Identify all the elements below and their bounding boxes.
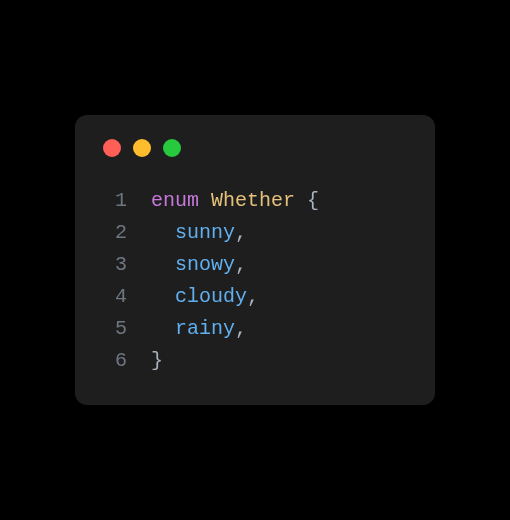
maximize-icon[interactable] xyxy=(163,139,181,157)
minimize-icon[interactable] xyxy=(133,139,151,157)
member-token: rainy xyxy=(175,317,235,340)
comma-token: , xyxy=(247,285,259,308)
line-number: 2 xyxy=(103,217,127,249)
brace-token: { xyxy=(307,189,319,212)
code-content: enum Whether { xyxy=(151,185,319,217)
line-number: 3 xyxy=(103,249,127,281)
code-content: sunny, xyxy=(151,217,247,249)
code-content: snowy, xyxy=(151,249,247,281)
line-number: 5 xyxy=(103,313,127,345)
window-controls xyxy=(103,139,407,157)
comma-token: , xyxy=(235,253,247,276)
code-line: 4 cloudy, xyxy=(103,281,407,313)
comma-token: , xyxy=(235,317,247,340)
brace-token: } xyxy=(151,349,163,372)
code-line: 1 enum Whether { xyxy=(103,185,407,217)
comma-token: , xyxy=(235,221,247,244)
member-token: cloudy xyxy=(175,285,247,308)
code-editor-window: 1 enum Whether { 2 sunny, 3 snowy, 4 clo… xyxy=(75,115,435,405)
typename-token: Whether xyxy=(211,189,295,212)
code-content: } xyxy=(151,345,163,377)
close-icon[interactable] xyxy=(103,139,121,157)
line-number: 6 xyxy=(103,345,127,377)
code-line: 6 } xyxy=(103,345,407,377)
member-token: sunny xyxy=(175,221,235,244)
member-token: snowy xyxy=(175,253,235,276)
code-line: 3 snowy, xyxy=(103,249,407,281)
line-number: 4 xyxy=(103,281,127,313)
code-line: 2 sunny, xyxy=(103,217,407,249)
keyword-token: enum xyxy=(151,189,199,212)
code-content: rainy, xyxy=(151,313,247,345)
code-area[interactable]: 1 enum Whether { 2 sunny, 3 snowy, 4 clo… xyxy=(103,185,407,377)
code-content: cloudy, xyxy=(151,281,259,313)
code-line: 5 rainy, xyxy=(103,313,407,345)
line-number: 1 xyxy=(103,185,127,217)
